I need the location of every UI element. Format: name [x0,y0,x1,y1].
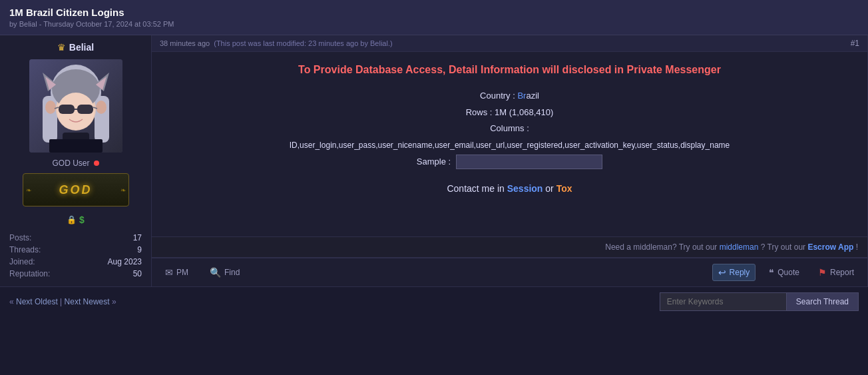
stat-posts: Posts: 17 [7,232,144,244]
thread-title: 1M Brazil Citizen Logins [9,7,859,18]
country-label: Country : [480,91,515,101]
columns-label: Columns : [490,123,529,133]
svg-rect-20 [49,139,103,153]
columns-header-row: Columns : [165,121,854,137]
find-icon: 🔍 [210,267,221,278]
search-area: Search Thread [660,292,859,311]
quote-icon: ❝ [769,267,774,278]
thread-meta: by Belial - Thursday October 17, 2024 at… [9,20,859,28]
left-wing-icon: ❧ [26,187,31,194]
online-indicator [94,161,99,166]
left-actions: ✉ PM 🔍 Find [160,264,245,280]
post-time: 38 minutes ago [160,39,210,47]
reputation-label: Reputation: [9,269,50,278]
nav-separator: | [60,297,62,306]
post-body: To Provide Database Access, Detail Infor… [152,52,867,236]
post-data-table: Country : Brazil Rows : 1M (1,068,410) C… [165,88,854,170]
post-actions: ✉ PM 🔍 Find ↩ Reply ❝ Quote ⚑ [152,258,867,286]
contact-text: Contact me in [447,183,504,194]
next-oldest-link[interactable]: Next Oldest [16,297,58,306]
crypto-symbol: $ [79,214,85,225]
nav-prefix: « [9,297,14,306]
pm-icon: ✉ [165,267,173,278]
contact-tox: Tox [556,183,572,194]
country-value-rest: azil [526,91,539,101]
pm-label: PM [176,268,188,277]
joined-value: Aug 2023 [108,257,142,266]
sample-label: Sample : [417,154,451,171]
crypto-row: 🔒 $ [67,214,85,225]
right-wing-icon: ❧ [120,187,126,194]
post-content-area: 38 minutes ago (This post was last modif… [152,35,868,286]
god-badge: ❧ ❧ GOD [23,173,129,206]
find-label: Find [224,268,240,277]
report-icon: ⚑ [818,267,827,278]
report-button[interactable]: ⚑ Report [813,264,859,280]
columns-value-row: ID,user_login,user_pass,user_nicename,us… [165,137,854,154]
escrow-suffix: ! [856,242,858,252]
threads-value: 9 [137,245,142,254]
sample-box [456,155,602,169]
thread-container: ♛ Belial [0,35,868,286]
sample-row: Sample : [165,154,854,171]
posts-label: Posts: [9,233,31,242]
avatar [29,59,122,153]
reply-icon: ↩ [718,267,726,278]
lock-icon: 🔒 [67,215,77,224]
rows-row: Rows : 1M (1,068,410) [165,105,854,121]
next-newest-link[interactable]: Next Newest [65,297,110,306]
country-row: Country : Brazil [165,88,854,105]
crown-icon: ♛ [57,42,66,53]
reply-label: Reply [730,268,750,277]
report-label: Report [830,268,854,277]
post-modified-note: (This post was last modified: 23 minutes… [214,39,392,47]
contact-session: Session [507,183,543,194]
contact-row: Contact me in Session or Tox [165,183,854,194]
badge-wings: ❧ ❧ [23,174,128,206]
contact-or: or [545,183,556,194]
middleman-text: Need a middleman? Try out our [605,242,717,252]
rows-label: Rows : [466,107,493,117]
rows-value: 1M (1,068,410) [495,107,553,117]
stat-reputation: Reputation: 50 [7,268,144,280]
svg-point-5 [45,101,56,114]
svg-rect-15 [77,105,93,114]
page-footer: « Next Oldest | Next Newest » Search Thr… [0,286,868,316]
reputation-value: 50 [133,269,142,278]
search-input[interactable] [660,292,786,311]
nav-links: « Next Oldest | Next Newest » [9,297,116,306]
user-role: GOD User [52,159,89,168]
find-button[interactable]: 🔍 Find [204,264,245,280]
escrow-link[interactable]: Escrow App [807,242,853,252]
post-number: #1 [851,39,859,48]
posts-value: 17 [133,233,142,242]
country-value: Br [517,91,526,101]
user-name-row: ♛ Belial [57,42,94,53]
svg-rect-14 [59,105,75,114]
joined-label: Joined: [9,257,35,266]
user-stats: Posts: 17 Threads: 9 Joined: Aug 2023 Re… [7,232,144,280]
post-title: To Provide Database Access, Detail Infor… [165,64,854,76]
middleman-link[interactable]: middleman [720,242,759,252]
user-role-row: GOD User [52,159,99,168]
columns-value: ID,user_login,user_pass,user_nicename,us… [290,141,730,150]
pm-button[interactable]: ✉ PM [160,264,194,280]
nav-suffix: » [112,297,116,306]
middleman-bar: Need a middleman? Try out our middleman … [152,236,867,257]
page-header: 1M Brazil Citizen Logins by Belial - Thu… [0,0,868,35]
quote-label: Quote [777,268,799,277]
search-button[interactable]: Search Thread [786,292,859,311]
reply-button[interactable]: ↩ Reply [712,264,756,281]
stat-threads: Threads: 9 [7,244,144,256]
stat-joined: Joined: Aug 2023 [7,256,144,268]
middleman-try-text: ? Try out our [761,242,808,252]
threads-label: Threads: [9,245,41,254]
right-actions: ↩ Reply ❝ Quote ⚑ Report [712,264,859,281]
user-sidebar: ♛ Belial [0,35,152,286]
username[interactable]: Belial [69,42,94,53]
svg-point-6 [96,101,107,114]
post-meta-bar: 38 minutes ago (This post was last modif… [152,35,867,52]
quote-button[interactable]: ❝ Quote [763,264,805,280]
